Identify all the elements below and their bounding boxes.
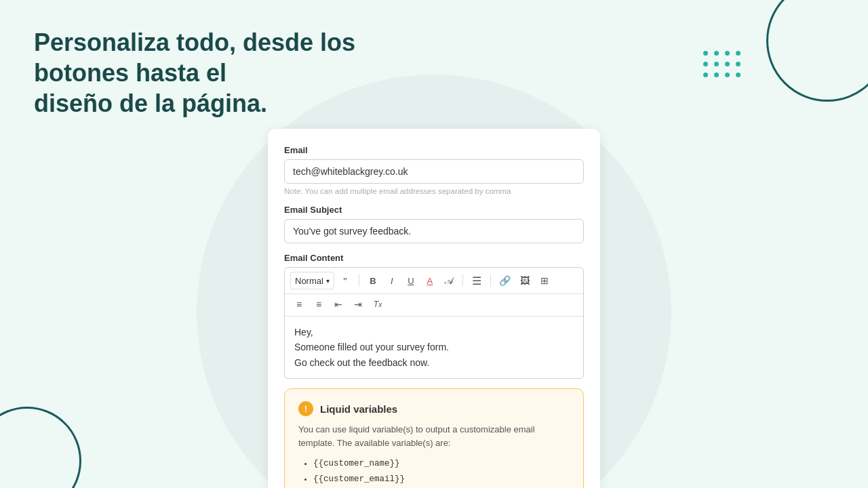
rich-text-editor: Normal ▾ " B I U A 𝒜̶ ☰ 🔗 🖼 ⊞ [284, 267, 584, 379]
text-color-button[interactable]: A [421, 272, 439, 289]
liquid-variables-list: {{customer_name}} {{customer_email}} {{s… [298, 456, 570, 488]
editor-toolbar-row2: ≡ ≡ ⇤ ⇥ Tx [285, 294, 583, 317]
image-button[interactable]: 🖼 [516, 272, 534, 289]
liquid-variables-box: ! Liquid variables You can use liquid va… [284, 388, 584, 488]
link-button[interactable]: 🔗 [496, 272, 514, 289]
bold-button[interactable]: B [364, 272, 382, 289]
list-item: {{customer_email}} [313, 472, 570, 487]
body-line3: Go check out the feedback now. [294, 355, 574, 370]
blockquote-button[interactable]: " [336, 272, 354, 289]
body-line1: Hey, [294, 325, 574, 340]
underline-button[interactable]: U [402, 272, 420, 289]
content-label: Email Content [284, 253, 584, 263]
toolbar-separator-3 [490, 274, 491, 287]
chevron-down-icon: ▾ [326, 277, 330, 285]
circle-top-right-decoration [766, 0, 868, 102]
liquid-header: ! Liquid variables [298, 401, 570, 416]
circle-bottom-left-decoration [0, 407, 81, 488]
text-format-group: B I U A 𝒜̶ [364, 272, 458, 289]
indent-button[interactable]: ⇥ [349, 296, 367, 313]
toolbar-separator-1 [359, 274, 359, 287]
editor-body[interactable]: Hey, Someone filled out your survey form… [285, 317, 583, 378]
email-input[interactable] [284, 159, 584, 184]
dots-decoration [703, 51, 743, 79]
email-note: Note: You can add multiple email address… [284, 187, 584, 195]
email-form-card: Email Note: You can add multiple email a… [268, 129, 600, 488]
style-selector-label: Normal [295, 276, 323, 286]
liquid-description: You can use liquid variable(s) to output… [298, 423, 570, 449]
email-label: Email [284, 145, 584, 155]
editor-toolbar: Normal ▾ " B I U A 𝒜̶ ☰ 🔗 🖼 ⊞ [285, 268, 583, 294]
liquid-title: Liquid variables [320, 403, 397, 415]
highlight-button[interactable]: 𝒜̶ [440, 272, 458, 289]
liquid-info-icon: ! [298, 401, 313, 416]
subject-label: Email Subject [284, 205, 584, 215]
toolbar-separator-2 [462, 274, 463, 287]
unordered-list-button[interactable]: ≡ [310, 296, 328, 313]
body-line2: Someone filled out your survey form. [294, 340, 574, 354]
clear-formatting-button[interactable]: Tx [369, 296, 387, 313]
content-field-group: Email Content Normal ▾ " B I U A 𝒜̶ [284, 253, 584, 379]
ordered-list-button[interactable]: ≡ [290, 296, 308, 313]
align-button[interactable]: ☰ [468, 272, 486, 289]
email-field-group: Email Note: You can add multiple email a… [284, 145, 584, 195]
style-selector[interactable]: Normal ▾ [290, 272, 334, 289]
subject-field-group: Email Subject [284, 205, 584, 243]
outdent-button[interactable]: ⇤ [330, 296, 347, 313]
page-headline: Personaliza todo, desde los botones hast… [34, 27, 407, 119]
subject-input[interactable] [284, 219, 584, 243]
style-selector-group: Normal ▾ [290, 272, 334, 289]
italic-button[interactable]: I [383, 272, 401, 289]
list-item: {{customer_name}} [313, 456, 570, 472]
table-button[interactable]: ⊞ [536, 272, 553, 289]
